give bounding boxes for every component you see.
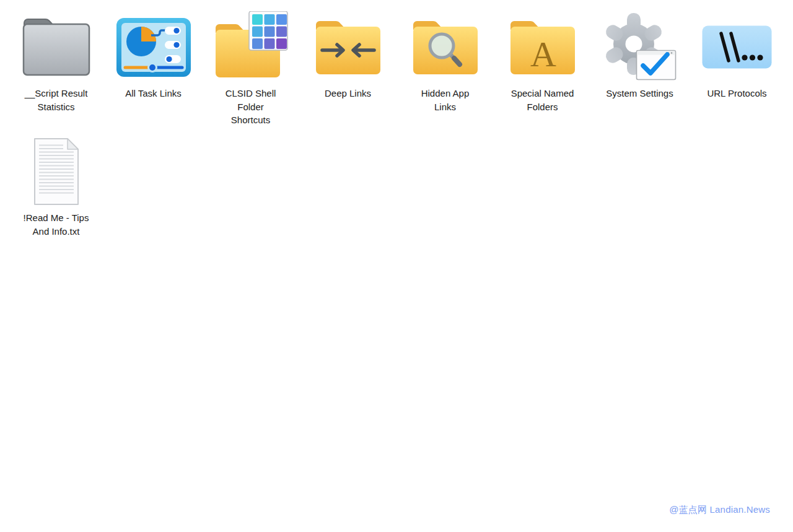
file-item-read-me-txt[interactable]: !Read Me - Tips And Info.txt — [7, 132, 105, 256]
file-item-label: System Settings — [606, 87, 673, 100]
folder-grid-icon — [213, 7, 289, 87]
file-item-label: Deep Links — [325, 87, 371, 100]
file-item-script-result-statistics[interactable]: __Script Result Statistics — [7, 7, 105, 132]
landian-watermark: @蓝点网 Landian.News — [669, 504, 770, 516]
svg-text:A: A — [530, 34, 556, 74]
file-item-system-settings[interactable]: System Settings — [591, 7, 688, 132]
file-item-label: Hidden App Links — [421, 87, 470, 113]
file-item-label: CLSID Shell Folder Shortcuts — [226, 87, 276, 127]
file-item-label: URL Protocols — [707, 87, 766, 100]
folder-search-icon — [411, 7, 480, 87]
file-item-clsid-shell-folder-shortcuts[interactable]: CLSID Shell Folder Shortcuts — [202, 7, 299, 132]
text-document-icon — [30, 132, 82, 211]
file-item-label: __Script Result Statistics — [25, 87, 88, 113]
folder-arrows-icon — [313, 7, 383, 87]
file-item-label: All Task Links — [125, 87, 182, 100]
control-panel-icon — [116, 7, 191, 87]
file-item-label: !Read Me - Tips And Info.txt — [24, 211, 89, 238]
folder-letter-a-icon: A — [508, 7, 577, 87]
file-item-all-task-links[interactable]: All Task Links — [105, 7, 202, 132]
file-item-deep-links[interactable]: Deep Links — [299, 7, 396, 132]
network-path-icon — [702, 7, 772, 87]
file-item-url-protocols[interactable]: URL Protocols — [688, 7, 786, 132]
file-item-label: Special Named Folders — [511, 87, 574, 113]
file-item-special-named-folders[interactable]: A Special Named Folders — [494, 7, 591, 132]
file-item-hidden-app-links[interactable]: Hidden App Links — [396, 7, 494, 132]
file-grid: __Script Result Statistics — [0, 0, 793, 256]
gray-folder-icon — [20, 7, 93, 87]
gear-check-icon — [602, 7, 678, 87]
